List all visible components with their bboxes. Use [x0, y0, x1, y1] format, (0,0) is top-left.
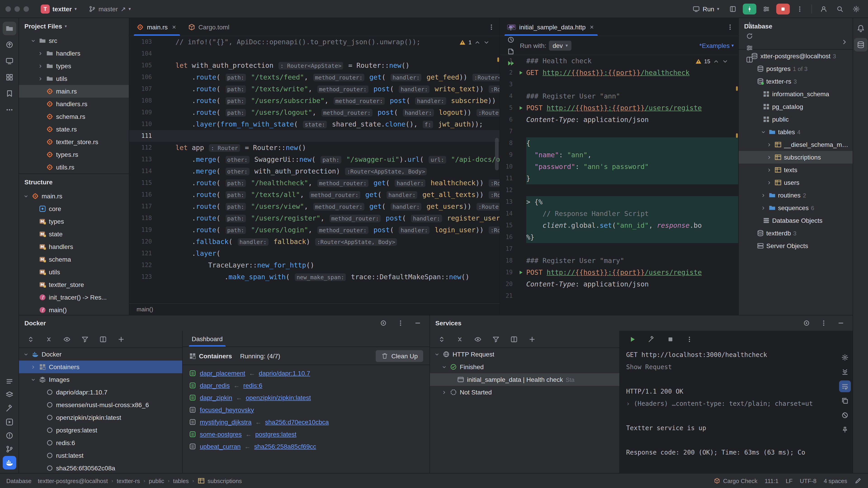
tree-item[interactable]: texts: [739, 164, 852, 176]
more-button[interactable]: [683, 333, 696, 345]
edit-mode-icon[interactable]: [855, 477, 862, 484]
docker-window-header[interactable]: Docker: [19, 315, 430, 331]
container-row[interactable]: dapr_zipkin←openzipkin/zipkin:latest: [183, 391, 430, 403]
tree-item[interactable]: Server Objects: [739, 239, 852, 252]
code-line[interactable]: 116 .route( path: "/texts/all", method_r…: [129, 189, 500, 201]
chevron-down-icon[interactable]: [23, 352, 29, 357]
code-line[interactable]: 121 .layer(: [129, 248, 500, 259]
tree-item[interactable]: Docker: [19, 348, 182, 361]
tree-item[interactable]: finit_tracer() -> Res...: [19, 291, 129, 304]
code-line[interactable]: 104: [129, 48, 500, 60]
tool-strip-commit[interactable]: [2, 38, 16, 52]
clean-up-button[interactable]: Clean Up: [375, 350, 423, 362]
clear-all-button[interactable]: [839, 410, 851, 421]
warning-stripe-mark[interactable]: [497, 58, 499, 62]
options-button[interactable]: [817, 317, 830, 329]
breadcrumb-segment[interactable]: public: [149, 477, 164, 484]
container-row[interactable]: focused_heyrovsky: [183, 403, 430, 416]
close-tab-icon[interactable]: [589, 24, 595, 30]
expand-all-button[interactable]: [24, 333, 37, 345]
container-row[interactable]: some-postgres←postgres:latest: [183, 428, 430, 440]
container-row[interactable]: dapr_placement←daprio/dapr:1.10.7: [183, 367, 430, 379]
tree-item[interactable]: postgres:latest: [19, 424, 182, 436]
tree-item[interactable]: tables4: [739, 126, 852, 138]
prev-problem-icon[interactable]: [713, 58, 719, 65]
code-line[interactable]: 108 .route( path: "/users/subscribe", me…: [129, 95, 500, 107]
http-editor[interactable]: 1### Health check2GET http://{{host}}:{{…: [500, 55, 738, 315]
collapse-all-button[interactable]: [454, 333, 466, 345]
tree-item[interactable]: utils: [19, 72, 129, 85]
tree-item[interactable]: main.rs: [19, 85, 129, 98]
stop-button[interactable]: [776, 3, 790, 14]
tree-item[interactable]: redis:6: [19, 436, 182, 449]
code-line[interactable]: 13> {%: [500, 196, 738, 208]
console-line[interactable]: GET http://localhost:3000/healthcheck: [626, 349, 837, 361]
chevron-right-icon[interactable]: [37, 64, 43, 68]
tool-strip-problems[interactable]: [2, 429, 16, 442]
environment-select[interactable]: dev ▾: [549, 40, 571, 51]
breadcrumb-segment[interactable]: tables: [173, 477, 189, 484]
code-line[interactable]: 4### Register User "ann": [500, 90, 738, 102]
minimize-window-button[interactable]: [14, 6, 20, 11]
breadcrumb-segment[interactable]: textter-rs: [117, 477, 140, 484]
tool-strip-bookmarks[interactable]: [2, 87, 16, 100]
tree-item[interactable]: Images: [19, 373, 182, 386]
chevron-down-icon[interactable]: [441, 364, 447, 369]
stop-button[interactable]: [664, 333, 677, 345]
tool-strip-more-tools[interactable]: [2, 103, 16, 117]
tree-item[interactable]: Not Started: [430, 386, 619, 398]
view-options-button[interactable]: [61, 333, 73, 345]
settings-button[interactable]: [839, 352, 851, 363]
prev-problem-icon[interactable]: [474, 39, 480, 46]
code-line[interactable]: 105 let with_auth_protection : Router<Ap…: [129, 60, 500, 71]
container-row[interactable]: upbeat_curran←sha256:258a85cf69cc: [183, 440, 430, 452]
tree-item[interactable]: Containers: [19, 361, 182, 373]
caret-position-widget[interactable]: 111:1: [765, 477, 778, 484]
console-line[interactable]: Response code: 200 (OK); Time: 63ms (63 …: [626, 447, 837, 459]
image-link[interactable]: daprio/dapr:1.10.7: [259, 369, 310, 377]
inspection-widget[interactable]: 15: [693, 57, 730, 66]
tree-item[interactable]: schema.rs: [19, 110, 129, 123]
breadcrumb-segment[interactable]: subscriptions: [197, 477, 242, 484]
console-output[interactable]: GET http://localhost:3000/healthcheckSho…: [620, 348, 837, 473]
view-options-button[interactable]: [471, 333, 484, 345]
chevron-right-icon[interactable]: [441, 390, 447, 395]
chevron-right-icon[interactable]: [37, 76, 43, 81]
filter-button[interactable]: [79, 333, 91, 345]
code-line[interactable]: 7: [500, 126, 738, 137]
tree-item[interactable]: sha256:6f30562c08a: [19, 462, 182, 473]
code-line[interactable]: 115 .route( path: "/healthcheck", method…: [129, 177, 500, 189]
code-editor[interactable]: 103 // info!("{}", ApiDoc::openapi().to_…: [129, 36, 500, 303]
scroll-to-end-button[interactable]: [839, 366, 851, 378]
tree-item[interactable]: types.rs: [19, 148, 129, 161]
chevron-right-icon[interactable]: [766, 142, 772, 147]
chevron-right-icon[interactable]: [760, 193, 766, 198]
tree-item[interactable]: utils.rs: [19, 161, 129, 173]
status-tool-label[interactable]: Database: [6, 477, 31, 484]
tree-item[interactable]: Mtextter_store: [19, 278, 129, 291]
tree-item[interactable]: Database Objects: [739, 214, 852, 227]
tree-item[interactable]: handlers.rs: [19, 98, 129, 110]
tree-item[interactable]: types: [19, 60, 129, 72]
tool-strip-version-control[interactable]: [2, 442, 16, 456]
search-everywhere-button[interactable]: [834, 3, 846, 15]
run-request-icon[interactable]: [515, 67, 526, 78]
layout-button[interactable]: [726, 3, 739, 15]
locate-button[interactable]: [377, 317, 390, 329]
code-line[interactable]: 119 .route( path: "/users/login", method…: [129, 224, 500, 236]
code-line[interactable]: 15 client.global.set("ann_id", response.…: [500, 220, 738, 231]
collapse-all-button[interactable]: [42, 333, 55, 345]
code-line[interactable]: 21: [500, 290, 738, 302]
status-breadcrumb[interactable]: textter-postgres@localhost›textter-rs›pu…: [38, 477, 242, 484]
console-line[interactable]: Textter service is up: [626, 422, 837, 434]
tree-item[interactable]: postgres1 of 3: [739, 62, 852, 75]
code-line[interactable]: 10 "password": "ann's password": [500, 161, 738, 173]
zoom-window-button[interactable]: [24, 6, 29, 11]
add-service-button[interactable]: [526, 333, 538, 345]
project-widget[interactable]: T textter ▾: [37, 2, 81, 15]
tool-strip-todo[interactable]: [2, 375, 16, 388]
tool-strip-notifications[interactable]: [854, 22, 867, 35]
container-link[interactable]: focused_heyrovsky: [200, 406, 254, 413]
tree-item[interactable]: rust:latest: [19, 449, 182, 462]
tree-item[interactable]: Mstate: [19, 228, 129, 240]
